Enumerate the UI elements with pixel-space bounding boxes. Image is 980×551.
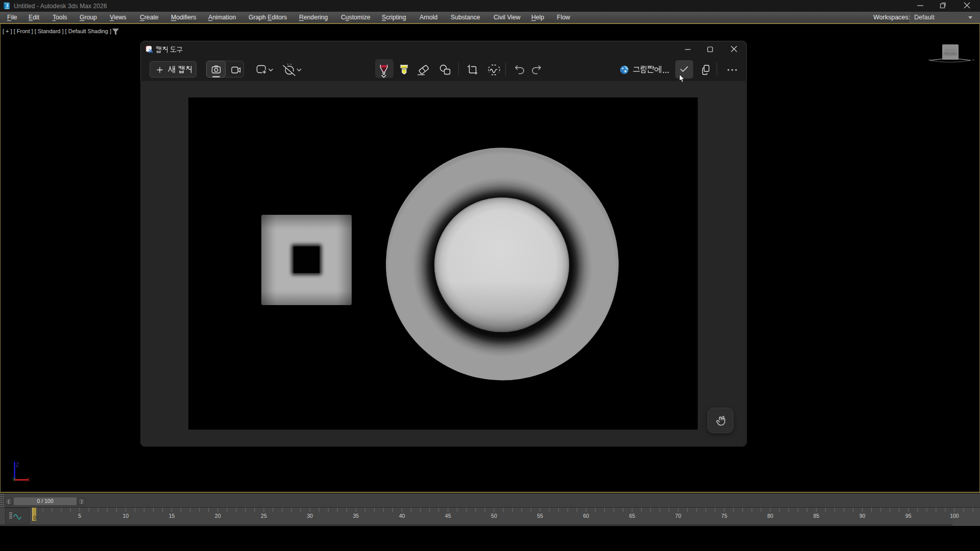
svg-text:X: X: [27, 477, 30, 483]
svg-text:80: 80: [767, 513, 773, 519]
svg-text:Y: Y: [12, 477, 16, 483]
svg-text:MAX: MAX: [5, 8, 9, 10]
svg-text:50: 50: [491, 513, 497, 519]
svg-text:60: 60: [583, 513, 589, 519]
svg-text:10: 10: [122, 513, 129, 519]
svg-text:40: 40: [399, 513, 405, 519]
svg-text:75: 75: [721, 513, 727, 519]
svg-text:30: 30: [307, 513, 313, 519]
svg-text:95: 95: [905, 513, 912, 519]
svg-text:FRONT: FRONT: [943, 52, 958, 56]
svg-text:35: 35: [353, 513, 359, 519]
svg-text:5: 5: [78, 513, 81, 519]
svg-text:65: 65: [629, 513, 635, 519]
svg-text:70: 70: [675, 513, 681, 519]
svg-text:15: 15: [169, 513, 175, 519]
svg-text:100: 100: [950, 513, 959, 519]
svg-text:45: 45: [445, 513, 451, 519]
svg-text:20: 20: [215, 513, 221, 519]
svg-text:90: 90: [860, 513, 866, 519]
svg-text:55: 55: [537, 513, 543, 519]
svg-text:85: 85: [813, 513, 819, 519]
svg-text:Z: Z: [16, 462, 19, 468]
svg-text:25: 25: [261, 513, 267, 519]
